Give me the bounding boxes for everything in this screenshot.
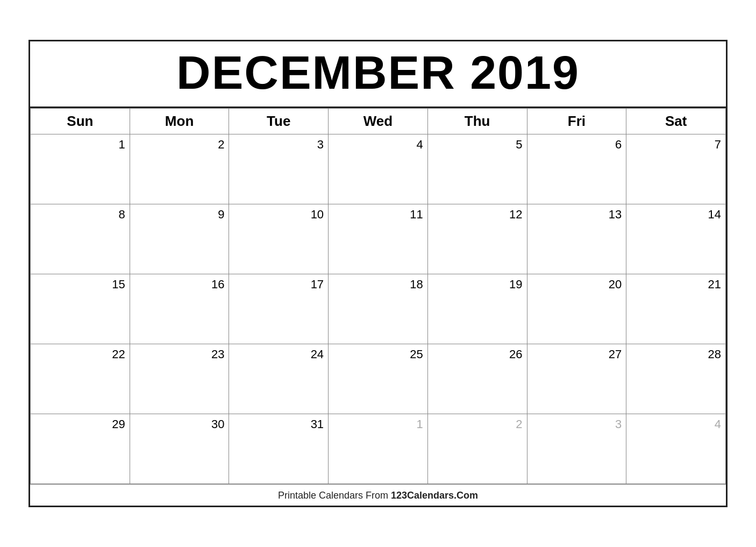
day-number: 18 (333, 278, 423, 292)
calendar-day-cell: 25 (329, 344, 428, 414)
day-number: 5 (432, 138, 523, 152)
day-number: 12 (432, 208, 523, 222)
day-number: 16 (134, 278, 225, 292)
calendar-day-cell: 30 (130, 414, 229, 484)
day-number: 14 (631, 208, 721, 222)
calendar-day-cell: 9 (130, 204, 229, 274)
day-number: 22 (35, 347, 125, 361)
day-number: 9 (134, 208, 225, 222)
header-fri: Fri (527, 108, 626, 134)
day-headers-row: Sun Mon Tue Wed Thu Fri Sat (31, 108, 726, 134)
day-number: 7 (631, 138, 721, 152)
day-number: 11 (333, 208, 423, 222)
calendar-day-cell: 28 (626, 344, 726, 414)
day-number: 28 (631, 347, 721, 361)
footer-text: Printable Calendars From (278, 490, 391, 501)
calendar-footer: Printable Calendars From 123Calendars.Co… (30, 484, 726, 506)
calendar-day-cell: 22 (31, 344, 130, 414)
calendar-day-cell: 8 (31, 204, 130, 274)
calendar-day-cell: 2 (130, 134, 229, 204)
calendar-day-cell: 15 (31, 274, 130, 344)
day-number: 10 (233, 208, 324, 222)
day-number: 3 (233, 138, 324, 152)
calendar-day-cell: 14 (626, 204, 726, 274)
day-number: 20 (532, 278, 622, 292)
day-number: 1 (35, 138, 125, 152)
calendar-day-cell: 24 (229, 344, 329, 414)
day-number: 2 (432, 417, 523, 431)
calendar-week-5: 2930311234 (31, 414, 726, 484)
calendar-day-cell: 11 (329, 204, 428, 274)
day-number: 13 (532, 208, 622, 222)
calendar-day-cell: 17 (229, 274, 329, 344)
calendar-week-1: 1234567 (31, 134, 726, 204)
calendar-day-cell: 27 (527, 344, 626, 414)
day-number: 24 (233, 347, 324, 361)
day-number: 15 (35, 278, 125, 292)
calendar-day-cell: 7 (626, 134, 726, 204)
header-sun: Sun (31, 108, 130, 134)
calendar-day-cell: 1 (329, 414, 428, 484)
calendar-day-cell: 4 (329, 134, 428, 204)
calendar-grid: Sun Mon Tue Wed Thu Fri Sat 123456789101… (30, 108, 726, 484)
calendar-day-cell: 12 (427, 204, 527, 274)
calendar-day-cell: 18 (329, 274, 428, 344)
calendar-day-cell: 23 (130, 344, 229, 414)
calendar-title: DECEMBER 2019 (30, 41, 726, 108)
day-number: 23 (134, 347, 225, 361)
calendar-day-cell: 3 (527, 414, 626, 484)
footer-link: 123Calendars.Com (391, 490, 478, 501)
calendar-week-4: 22232425262728 (31, 344, 726, 414)
day-number: 17 (233, 278, 324, 292)
day-number: 29 (35, 417, 125, 431)
header-wed: Wed (329, 108, 428, 134)
day-number: 2 (134, 138, 225, 152)
calendar-day-cell: 16 (130, 274, 229, 344)
calendar-day-cell: 4 (626, 414, 726, 484)
day-number: 4 (333, 138, 423, 152)
day-number: 3 (532, 417, 622, 431)
calendar-day-cell: 10 (229, 204, 329, 274)
day-number: 30 (134, 417, 225, 431)
header-thu: Thu (427, 108, 527, 134)
calendar-container: DECEMBER 2019 Sun Mon Tue Wed Thu Fri Sa… (28, 40, 728, 507)
calendar-day-cell: 29 (31, 414, 130, 484)
calendar-day-cell: 19 (427, 274, 527, 344)
calendar-day-cell: 31 (229, 414, 329, 484)
day-number: 6 (532, 138, 622, 152)
calendar-day-cell: 26 (427, 344, 527, 414)
day-number: 25 (333, 347, 423, 361)
header-mon: Mon (130, 108, 229, 134)
day-number: 1 (333, 417, 423, 431)
day-number: 19 (432, 278, 523, 292)
header-tue: Tue (229, 108, 329, 134)
day-number: 21 (631, 278, 721, 292)
calendar-day-cell: 21 (626, 274, 726, 344)
calendar-day-cell: 13 (527, 204, 626, 274)
header-sat: Sat (626, 108, 726, 134)
day-number: 27 (532, 347, 622, 361)
day-number: 26 (432, 347, 523, 361)
calendar-week-2: 891011121314 (31, 204, 726, 274)
calendar-week-3: 15161718192021 (31, 274, 726, 344)
calendar-day-cell: 6 (527, 134, 626, 204)
calendar-day-cell: 20 (527, 274, 626, 344)
day-number: 4 (631, 417, 721, 431)
day-number: 8 (35, 208, 125, 222)
calendar-day-cell: 1 (31, 134, 130, 204)
calendar-day-cell: 2 (427, 414, 527, 484)
day-number: 31 (233, 417, 324, 431)
calendar-day-cell: 3 (229, 134, 329, 204)
calendar-day-cell: 5 (427, 134, 527, 204)
